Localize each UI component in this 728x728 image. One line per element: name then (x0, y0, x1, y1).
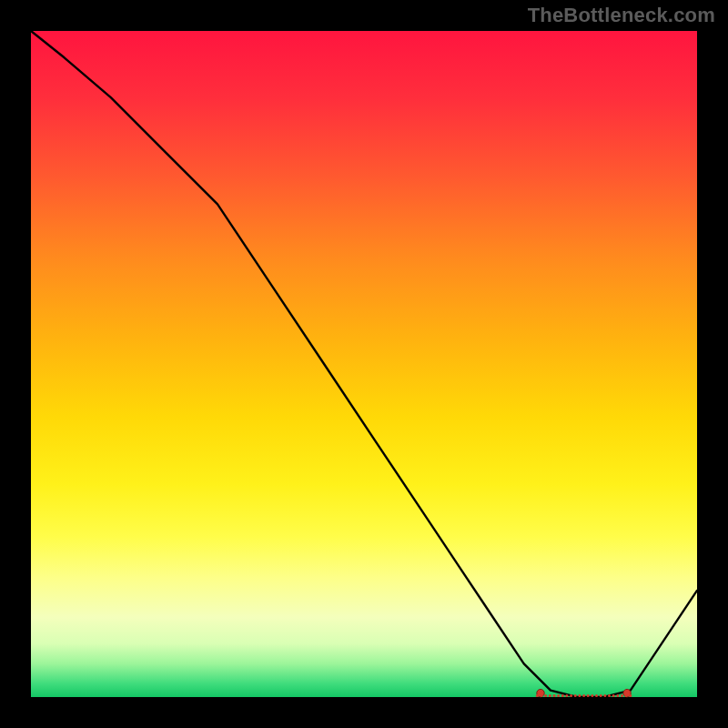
plot-area (31, 31, 697, 697)
optimal-band-dot (553, 694, 556, 697)
optimal-band-dot (582, 694, 585, 697)
optimal-band-dot (621, 694, 623, 697)
optimal-band-dot (557, 694, 560, 697)
bottleneck-curve-line (31, 31, 697, 697)
optimal-band-dot (549, 694, 551, 697)
optimal-band-dot (612, 694, 615, 697)
optimal-band-dot (536, 694, 539, 697)
watermark-text: TheBottleneck.com (528, 4, 715, 27)
optimal-band-dot (595, 694, 598, 697)
optimal-band-dot (603, 694, 606, 697)
optimal-band-dot (574, 694, 577, 697)
optimal-band-dot (616, 694, 619, 697)
optimal-band-dot (544, 694, 547, 697)
optimal-band-dot (570, 694, 572, 697)
optimal-band-dot (541, 694, 543, 697)
optimal-band-dot (578, 694, 581, 697)
optimal-dotted-band (536, 694, 632, 697)
optimal-band-dot (561, 694, 564, 697)
optimal-band-dot (629, 694, 632, 697)
optimal-band-dot (565, 694, 568, 697)
chart-stage: TheBottleneck.com (0, 0, 728, 728)
optimal-band-dot (600, 694, 602, 697)
optimal-band-dot (587, 694, 590, 697)
optimal-band-dot (625, 694, 628, 697)
curve-layer (31, 31, 697, 697)
optimal-band-dot (591, 694, 593, 697)
optimal-band-dot (608, 694, 611, 697)
